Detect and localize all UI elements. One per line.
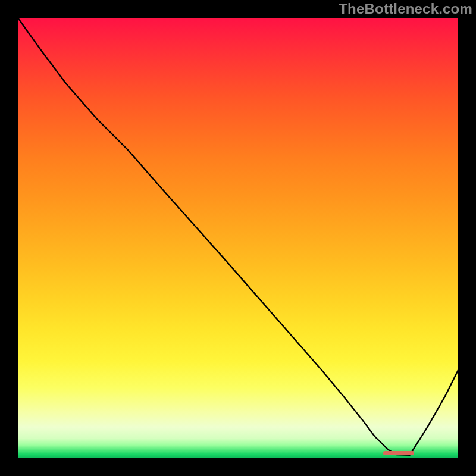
watermark-text: TheBottleneck.com [339,1,472,17]
bottleneck-curve [18,18,458,458]
plot-area [18,18,458,458]
chart-canvas: TheBottleneck.com [0,0,476,476]
optimal-range-marker [383,451,414,455]
